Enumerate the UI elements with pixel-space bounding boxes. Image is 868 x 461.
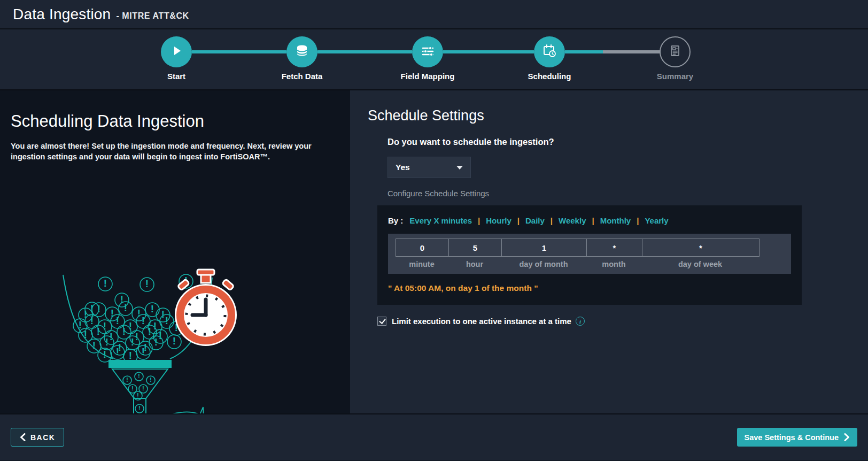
step-scheduling[interactable]: Scheduling bbox=[504, 36, 595, 81]
svg-text:!: ! bbox=[154, 336, 158, 348]
svg-text:!: ! bbox=[142, 385, 144, 391]
svg-text:!: ! bbox=[104, 278, 107, 289]
page-subtitle: - MITRE ATT&CK bbox=[116, 8, 189, 21]
step-label: Start bbox=[131, 72, 222, 81]
step-summary[interactable]: Summary bbox=[630, 36, 720, 81]
save-settings-continue-button[interactable]: Save Settings & Continue bbox=[737, 428, 857, 447]
step-circle bbox=[660, 36, 691, 67]
document-icon bbox=[668, 43, 683, 60]
svg-text:!: ! bbox=[161, 309, 165, 320]
cron-human-readable-description: " At 05:00 AM, on day 1 of the month " bbox=[388, 283, 791, 293]
schedule-question-label: Do you want to schedule the ingestion? bbox=[387, 137, 868, 147]
step-start[interactable]: Start bbox=[131, 36, 222, 81]
svg-text:!: ! bbox=[131, 336, 134, 348]
svg-text:!: ! bbox=[97, 303, 100, 314]
svg-text:!: ! bbox=[79, 319, 82, 331]
info-panel: Scheduling Data Ingestion You are almost… bbox=[0, 90, 350, 413]
chevron-down-icon bbox=[456, 166, 463, 170]
svg-text:!: ! bbox=[122, 326, 126, 337]
svg-text:!: ! bbox=[92, 340, 96, 351]
freq-separator: | bbox=[592, 216, 594, 225]
limit-execution-checkbox[interactable] bbox=[377, 317, 386, 326]
freq-option-hourly[interactable]: Hourly bbox=[486, 216, 511, 225]
schedule-settings-title: Schedule Settings bbox=[368, 107, 868, 124]
data-ingestion-illustration: !!!!!!!!!!!!!!!!!!!!!!!!!!!!!!!!!!!!!!!!… bbox=[0, 267, 331, 413]
svg-text:!: ! bbox=[142, 346, 145, 357]
cron-hour-input[interactable]: 5 bbox=[448, 239, 502, 257]
svg-text:!: ! bbox=[145, 278, 149, 289]
info-panel-description: You are almost there! Set up the ingesti… bbox=[11, 141, 335, 162]
svg-text:!: ! bbox=[138, 404, 141, 411]
cron-hour-label: hour bbox=[448, 260, 501, 268]
cron-day-of-month-label: day of month bbox=[501, 260, 586, 268]
wizard-stepper: Start Fetch Data bbox=[0, 29, 868, 90]
freq-option-monthly[interactable]: Monthly bbox=[600, 216, 631, 225]
svg-text:!: ! bbox=[103, 349, 106, 360]
freq-option-every-x-minutes[interactable]: Every X minutes bbox=[409, 216, 472, 225]
svg-text:!: ! bbox=[165, 315, 168, 326]
svg-text:!: ! bbox=[138, 372, 140, 379]
frequency-selector: By : Every X minutes | Hourly | Daily | … bbox=[388, 216, 791, 225]
chevron-left-icon bbox=[20, 433, 26, 441]
svg-text:!: ! bbox=[129, 350, 132, 361]
freq-option-yearly[interactable]: Yearly bbox=[645, 216, 668, 225]
database-icon bbox=[295, 44, 309, 60]
play-icon bbox=[169, 44, 183, 60]
limit-execution-label: Limit execution to one active instance a… bbox=[392, 317, 571, 326]
freq-separator: | bbox=[478, 216, 480, 225]
freq-option-daily[interactable]: Daily bbox=[525, 216, 545, 225]
step-fetch-data[interactable]: Fetch Data bbox=[257, 36, 347, 81]
cron-month-label: month bbox=[586, 260, 642, 268]
schedule-settings-panel: Schedule Settings Do you want to schedul… bbox=[350, 90, 868, 413]
dropdown-selected-value: Yes bbox=[396, 163, 410, 172]
svg-text:!: ! bbox=[116, 315, 119, 326]
cron-day-of-month-input[interactable]: 1 bbox=[501, 239, 587, 257]
back-button-label: BACK bbox=[30, 433, 55, 442]
main-content: Scheduling Data Ingestion You are almost… bbox=[0, 90, 868, 413]
svg-text:!: ! bbox=[173, 335, 176, 347]
limit-execution-row: Limit execution to one active instance a… bbox=[377, 317, 868, 326]
svg-text:!: ! bbox=[131, 385, 134, 391]
cron-day-of-week-input[interactable]: * bbox=[642, 239, 759, 257]
sliders-icon bbox=[421, 44, 435, 60]
schedule-ingestion-dropdown[interactable]: Yes bbox=[387, 157, 471, 178]
configure-schedule-label: Configure Schedule Settings bbox=[387, 189, 868, 198]
svg-text:!: ! bbox=[126, 376, 128, 383]
svg-text:!: ! bbox=[90, 315, 94, 326]
cron-month-input[interactable]: * bbox=[586, 239, 642, 257]
back-button[interactable]: BACK bbox=[11, 428, 64, 447]
svg-text:!: ! bbox=[137, 391, 139, 398]
calendar-clock-icon bbox=[541, 43, 557, 61]
freq-separator: | bbox=[517, 216, 520, 225]
svg-text:!: ! bbox=[150, 376, 152, 383]
step-circle bbox=[286, 36, 317, 67]
cron-settings-panel: By : Every X minutes | Hourly | Daily | … bbox=[377, 205, 802, 305]
step-label: Summary bbox=[630, 72, 720, 81]
cron-fields-strip: 0 5 1 * * minute hour day of month month… bbox=[388, 234, 791, 274]
step-circle bbox=[161, 36, 192, 67]
wizard-footer: BACK Save Settings & Continue bbox=[0, 413, 868, 460]
svg-text:!: ! bbox=[84, 329, 87, 340]
svg-text:!: ! bbox=[148, 326, 151, 337]
freq-option-weekly[interactable]: Weekly bbox=[559, 216, 586, 225]
freq-separator: | bbox=[551, 216, 553, 225]
svg-text:!: ! bbox=[97, 326, 100, 337]
step-circle bbox=[534, 36, 565, 67]
cron-minute-input[interactable]: 0 bbox=[396, 239, 449, 257]
info-icon[interactable]: i bbox=[576, 317, 585, 326]
freq-separator: | bbox=[637, 216, 639, 225]
step-circle bbox=[412, 36, 443, 67]
svg-text:!: ! bbox=[142, 315, 145, 326]
cron-day-of-week-label: day of week bbox=[641, 260, 759, 268]
step-field-mapping[interactable]: Field Mapping bbox=[382, 36, 473, 81]
svg-text:!: ! bbox=[159, 330, 162, 341]
step-label: Field Mapping bbox=[382, 72, 473, 81]
svg-text:!: ! bbox=[105, 336, 108, 348]
svg-text:!: ! bbox=[151, 303, 154, 314]
svg-text:!: ! bbox=[116, 346, 119, 357]
page-title: Data Ingestion bbox=[13, 6, 111, 23]
chevron-right-icon bbox=[844, 433, 850, 441]
step-label: Fetch Data bbox=[257, 72, 347, 81]
svg-text:!: ! bbox=[124, 302, 127, 313]
info-panel-title: Scheduling Data Ingestion bbox=[11, 112, 339, 131]
